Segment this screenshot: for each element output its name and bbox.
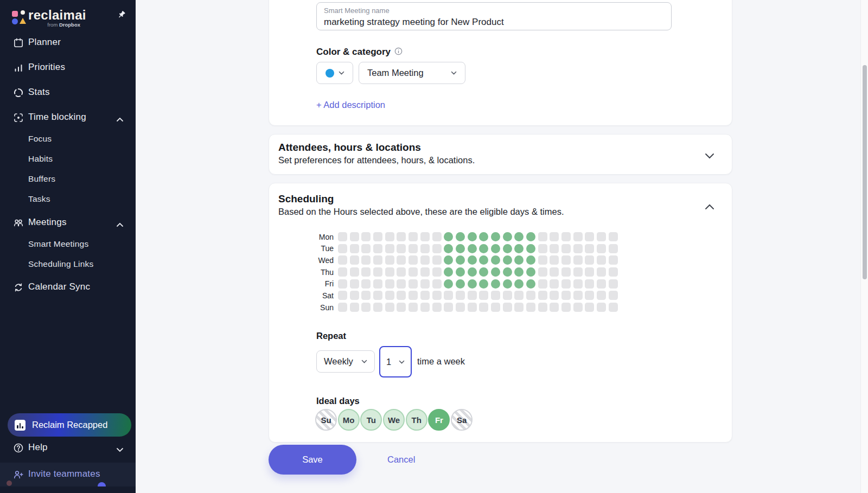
hour-cell[interactable] xyxy=(468,244,477,253)
hour-cell[interactable] xyxy=(491,303,500,312)
sidebar-item-stats[interactable]: Stats xyxy=(0,82,136,104)
hour-cell[interactable] xyxy=(385,244,394,253)
hour-cell[interactable] xyxy=(597,255,606,265)
hour-cell[interactable] xyxy=(361,267,371,277)
hour-cell[interactable] xyxy=(444,279,453,289)
ideal-day-mo[interactable]: Mo xyxy=(338,409,360,431)
hour-cell[interactable] xyxy=(468,267,477,277)
hour-cell[interactable] xyxy=(373,291,382,300)
sidebar-item-help[interactable]: Help xyxy=(0,437,136,459)
hour-cell[interactable] xyxy=(585,279,594,289)
hour-cell[interactable] xyxy=(338,232,347,241)
hour-cell[interactable] xyxy=(597,244,606,253)
hour-cell[interactable] xyxy=(561,279,571,289)
sidebar-item-meetings[interactable]: Meetings xyxy=(0,212,136,234)
hour-cell[interactable] xyxy=(550,279,559,289)
hour-cell[interactable] xyxy=(561,244,571,253)
hour-cell[interactable] xyxy=(456,255,465,265)
hour-cell[interactable] xyxy=(385,303,394,312)
hour-cell[interactable] xyxy=(350,303,359,312)
hour-cell[interactable] xyxy=(361,244,371,253)
hour-cell[interactable] xyxy=(456,279,465,289)
hour-cell[interactable] xyxy=(479,279,488,289)
hour-cell[interactable] xyxy=(609,244,618,253)
hour-cell[interactable] xyxy=(609,255,618,265)
sidebar-item-time-blocking[interactable]: Time blocking xyxy=(0,107,136,129)
hour-cell[interactable] xyxy=(397,291,406,300)
hour-cell[interactable] xyxy=(609,291,618,300)
hour-cell[interactable] xyxy=(585,291,594,300)
hour-cell[interactable] xyxy=(514,244,524,253)
hour-cell[interactable] xyxy=(561,255,571,265)
hour-cell[interactable] xyxy=(338,291,347,300)
hour-cell[interactable] xyxy=(373,279,382,289)
ideal-day-we[interactable]: We xyxy=(383,409,405,431)
hour-cell[interactable] xyxy=(444,232,453,241)
hour-cell[interactable] xyxy=(361,255,371,265)
hour-cell[interactable] xyxy=(597,303,606,312)
hour-cell[interactable] xyxy=(526,291,535,300)
hour-cell[interactable] xyxy=(361,279,371,289)
hour-cell[interactable] xyxy=(514,255,524,265)
hour-cell[interactable] xyxy=(491,255,500,265)
hour-cell[interactable] xyxy=(538,279,547,289)
color-select[interactable] xyxy=(316,62,353,84)
hour-cell[interactable] xyxy=(373,267,382,277)
hour-cell[interactable] xyxy=(409,255,418,265)
hour-cell[interactable] xyxy=(550,244,559,253)
save-button[interactable]: Save xyxy=(269,445,356,475)
hour-cell[interactable] xyxy=(550,267,559,277)
hour-cell[interactable] xyxy=(479,232,488,241)
reclaim-recapped-button[interactable]: Reclaim Recapped xyxy=(8,413,131,437)
brand[interactable]: reclaimai from Dropbox xyxy=(0,0,136,35)
hour-cell[interactable] xyxy=(432,244,442,253)
hour-cell[interactable] xyxy=(561,303,571,312)
sidebar-item-focus[interactable]: Focus xyxy=(0,129,136,151)
hour-cell[interactable] xyxy=(585,267,594,277)
hour-cell[interactable] xyxy=(585,255,594,265)
repeat-count-select[interactable]: 1 xyxy=(379,346,412,377)
hour-cell[interactable] xyxy=(468,255,477,265)
hour-cell[interactable] xyxy=(409,232,418,241)
hour-cell[interactable] xyxy=(338,267,347,277)
ideal-day-th[interactable]: Th xyxy=(406,409,427,431)
info-icon[interactable] xyxy=(394,47,403,57)
hour-cell[interactable] xyxy=(338,303,347,312)
hour-cell[interactable] xyxy=(514,303,524,312)
hour-cell[interactable] xyxy=(432,267,442,277)
sidebar-item-tasks[interactable]: Tasks xyxy=(0,189,136,211)
hour-cell[interactable] xyxy=(526,244,535,253)
hour-cell[interactable] xyxy=(585,303,594,312)
hour-cell[interactable] xyxy=(550,232,559,241)
hour-cell[interactable] xyxy=(561,232,571,241)
sidebar-item-scheduling-links[interactable]: Scheduling Links xyxy=(0,254,136,276)
hour-cell[interactable] xyxy=(373,232,382,241)
hour-cell[interactable] xyxy=(432,303,442,312)
hour-cell[interactable] xyxy=(550,303,559,312)
hour-cell[interactable] xyxy=(338,255,347,265)
hour-cell[interactable] xyxy=(479,255,488,265)
hour-cell[interactable] xyxy=(420,267,430,277)
hour-cell[interactable] xyxy=(573,232,583,241)
hour-cell[interactable] xyxy=(338,279,347,289)
sidebar-item-calendar-sync[interactable]: Calendar Sync xyxy=(0,277,136,298)
hour-cell[interactable] xyxy=(432,291,442,300)
hour-cell[interactable] xyxy=(550,255,559,265)
hour-cell[interactable] xyxy=(420,232,430,241)
hour-cell[interactable] xyxy=(538,267,547,277)
hour-cell[interactable] xyxy=(373,303,382,312)
hour-cell[interactable] xyxy=(409,291,418,300)
hour-cell[interactable] xyxy=(350,291,359,300)
hour-cell[interactable] xyxy=(361,291,371,300)
hour-cell[interactable] xyxy=(491,232,500,241)
hour-cell[interactable] xyxy=(468,303,477,312)
hour-cell[interactable] xyxy=(432,279,442,289)
hour-cell[interactable] xyxy=(350,244,359,253)
hour-cell[interactable] xyxy=(385,267,394,277)
hour-cell[interactable] xyxy=(409,267,418,277)
scrollbar-thumb[interactable] xyxy=(863,65,867,279)
hour-cell[interactable] xyxy=(479,291,488,300)
hour-cell[interactable] xyxy=(350,232,359,241)
hour-cell[interactable] xyxy=(456,267,465,277)
hour-cell[interactable] xyxy=(538,232,547,241)
